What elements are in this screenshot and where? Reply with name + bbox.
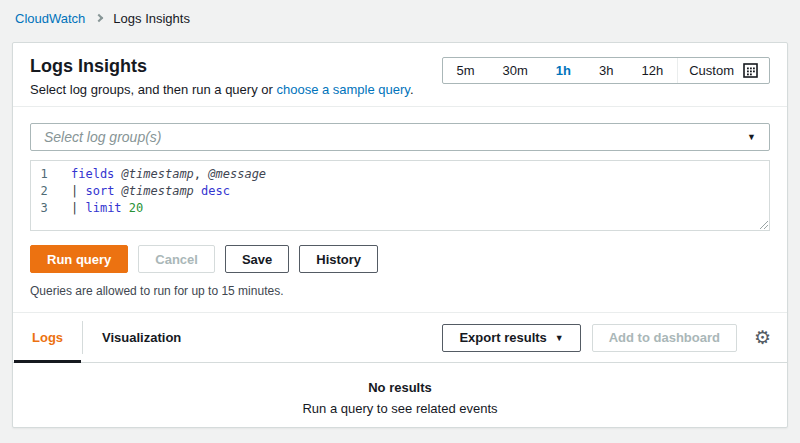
editor-line: 3 | limit 20 [31,200,769,217]
code-text: | limit 20 [57,200,143,217]
editor-line: 1 fields @timestamp, @message [31,166,769,183]
logs-insights-panel: Logs Insights Select log groups, and the… [12,42,788,428]
breadcrumb-link-cloudwatch[interactable]: CloudWatch [15,11,85,26]
time-range-custom[interactable]: Custom [677,58,769,83]
log-group-select[interactable]: Select log group(s) ▼ [30,123,770,151]
panel-header: Logs Insights Select log groups, and the… [13,43,787,107]
header-text: Logs Insights Select log groups, and the… [30,55,414,97]
time-range-12h[interactable]: 12h [628,58,678,83]
results-tabs: Logs Visualization Export results ▼ Add … [13,313,787,363]
tab-logs[interactable]: Logs [13,313,82,362]
subtitle-text: Select log groups, and then run a query … [30,82,276,97]
sample-query-link[interactable]: choose a sample query [276,82,409,97]
dropdown-caret-icon: ▼ [747,132,756,142]
editor-resize-handle[interactable] [758,219,768,229]
calendar-icon [743,63,758,78]
no-results-area: No results Run a query to see related ev… [13,363,787,416]
time-range-30m[interactable]: 30m [489,58,542,83]
no-results-message: Run a query to see related events [13,401,787,416]
page-subtitle: Select log groups, and then run a query … [30,82,414,97]
query-editor[interactable]: 1 fields @timestamp, @message 2 | sort @… [30,160,770,231]
settings-gear-icon[interactable]: ⚙ [754,328,771,347]
custom-label: Custom [689,63,734,78]
query-section: Select log group(s) ▼ 1 fields @timestam… [13,107,787,298]
add-to-dashboard-button[interactable]: Add to dashboard [592,324,737,352]
export-results-label: Export results [459,330,546,345]
run-query-button[interactable]: Run query [30,245,128,273]
editor-line: 2 | sort @timestamp desc [31,183,769,200]
export-results-button[interactable]: Export results ▼ [442,324,580,352]
line-number: 1 [31,166,57,183]
query-buttons: Run query Cancel Save History [30,245,770,273]
code-text: fields @timestamp, @message [57,166,266,183]
no-results-title: No results [13,380,787,395]
line-number: 3 [31,200,57,217]
code-text: | sort @timestamp desc [57,183,230,200]
time-range-3h[interactable]: 3h [585,58,627,83]
time-range-5m[interactable]: 5m [443,58,489,83]
log-group-placeholder: Select log group(s) [44,129,162,145]
page-title: Logs Insights [30,55,414,77]
subtitle-period: . [410,82,414,97]
breadcrumb-current: Logs Insights [113,11,190,26]
line-number: 2 [31,183,57,200]
export-caret-icon: ▼ [555,333,564,343]
query-limit-note: Queries are allowed to run for up to 15 … [30,284,770,298]
time-range-1h[interactable]: 1h [542,58,585,83]
save-button[interactable]: Save [225,245,289,273]
cancel-button[interactable]: Cancel [138,245,215,273]
results-actions: Export results ▼ Add to dashboard ⚙ [442,313,787,362]
tab-visualization[interactable]: Visualization [83,313,200,362]
breadcrumb-chevron-icon [95,14,103,22]
history-button[interactable]: History [299,245,378,273]
breadcrumb: CloudWatch Logs Insights [0,0,800,34]
results-section: Logs Visualization Export results ▼ Add … [13,312,787,427]
time-range-selector: 5m 30m 1h 3h 12h Custom [442,57,771,84]
